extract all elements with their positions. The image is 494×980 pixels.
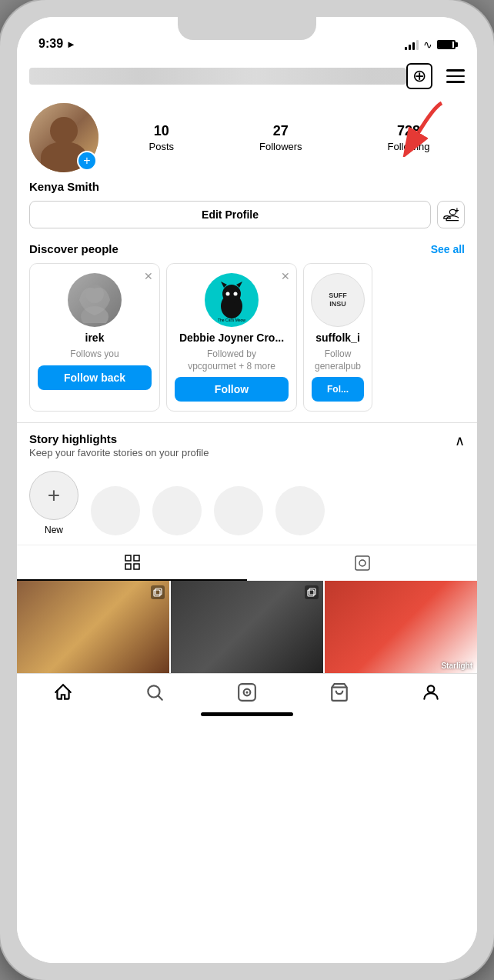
add-friend-button[interactable]: + xyxy=(437,201,465,228)
close-card-irek[interactable]: ✕ xyxy=(144,270,153,282)
tab-reels[interactable] xyxy=(236,682,258,703)
display-name: Kenya Smith xyxy=(17,180,477,201)
highlight-circle-2[interactable] xyxy=(152,486,202,535)
discover-card-suffolk: SUFFINSU suffolk_i Followgeneralpub Fol.… xyxy=(303,263,372,412)
bottom-tab-bar xyxy=(17,673,477,708)
discover-scroll: ✕ irek Follows you Follow back xyxy=(17,263,477,422)
location-icon: ► xyxy=(66,38,76,50)
svg-rect-15 xyxy=(125,564,131,569)
grid-icon xyxy=(123,553,142,572)
profile-section: + 10 Posts 27 Followers 728 Following xyxy=(17,97,477,180)
phone-screen: 9:39 ► ∿ xyxy=(17,17,477,963)
plus-icon: ⊕ xyxy=(412,68,426,85)
follow-button-suffolk[interactable]: Fol... xyxy=(312,377,364,402)
card-name-debbie: Debbie Joyner Cro... xyxy=(179,332,284,344)
battery-icon xyxy=(437,40,456,49)
svg-point-18 xyxy=(359,560,365,566)
photo-cell-1[interactable] xyxy=(17,581,169,673)
app-content: ⊕ xyxy=(17,55,477,963)
svg-line-24 xyxy=(159,696,162,700)
highlight-item-3[interactable] xyxy=(214,486,263,535)
multiple-icon xyxy=(151,585,165,599)
highlight-item-2[interactable] xyxy=(152,486,202,535)
svg-point-10 xyxy=(234,292,238,296)
discover-card-debbie: ✕ xyxy=(166,263,297,412)
tab-profile[interactable] xyxy=(420,682,442,703)
phone-notch xyxy=(178,17,316,40)
highlight-circle-4[interactable] xyxy=(275,486,325,535)
highlight-circle-1[interactable] xyxy=(91,486,140,535)
card-sub-debbie: Followed byvpcgourmet + 8 more xyxy=(188,348,275,372)
svg-point-9 xyxy=(226,292,230,296)
svg-rect-20 xyxy=(155,588,162,595)
new-highlight-circle[interactable]: + xyxy=(29,471,78,520)
card-avatar-suffolk: SUFFINSU xyxy=(311,273,365,327)
svg-rect-19 xyxy=(154,590,160,596)
home-icon xyxy=(53,682,73,702)
discover-card-irek: ✕ irek Follows you Follow back xyxy=(29,263,160,412)
photo-cell-2[interactable] xyxy=(171,581,323,673)
tab-tagged[interactable] xyxy=(247,545,477,581)
close-card-debbie[interactable]: ✕ xyxy=(281,270,290,282)
highlight-circle-3[interactable] xyxy=(214,486,263,535)
plus-icon: + xyxy=(48,483,60,508)
header-icons: ⊕ xyxy=(406,63,465,89)
stat-followers[interactable]: 27 Followers xyxy=(259,123,302,152)
edit-profile-button[interactable]: Edit Profile xyxy=(29,201,431,228)
svg-text:Simply Trendy: Simply Trendy xyxy=(222,322,241,323)
wifi-icon: ∿ xyxy=(423,38,432,51)
tab-search[interactable] xyxy=(144,682,165,703)
svg-rect-14 xyxy=(134,555,139,561)
discover-section-header: Discover people See all xyxy=(17,239,477,263)
highlight-item-4[interactable] xyxy=(275,486,325,535)
photo-grid: Starlight xyxy=(17,581,477,673)
photo-cell-3[interactable]: Starlight xyxy=(325,581,477,673)
signal-icon xyxy=(405,39,419,50)
story-highlights-subtitle: Keep your favorite stories on your profi… xyxy=(29,447,209,458)
stat-posts[interactable]: 10 Posts xyxy=(149,123,174,152)
reels-icon xyxy=(237,682,257,702)
card-sub-suffolk: Followgeneralpub xyxy=(315,348,361,372)
svg-rect-22 xyxy=(309,588,315,595)
phone-frame: 9:39 ► ∿ xyxy=(0,0,494,980)
profile-icon xyxy=(421,682,441,702)
card-name-irek: irek xyxy=(85,332,105,344)
tab-shop[interactable] xyxy=(329,682,350,703)
follow-button-debbie[interactable]: Follow xyxy=(175,377,289,402)
story-highlights-title: Story highlights xyxy=(29,432,209,445)
shop-icon xyxy=(329,682,349,702)
story-highlights-header: Story highlights Keep your favorite stor… xyxy=(17,423,477,462)
stats-row: 10 Posts 27 Followers 728 Following xyxy=(114,123,465,152)
add-person-icon: + xyxy=(443,207,459,222)
svg-rect-21 xyxy=(308,590,314,596)
card-sub-irek: Follows you xyxy=(70,348,118,361)
see-all-link[interactable]: See all xyxy=(431,243,465,255)
add-post-button[interactable]: ⊕ xyxy=(406,63,432,89)
svg-text:+: + xyxy=(455,207,459,215)
discover-title: Discover people xyxy=(29,242,118,255)
card-avatar-irek xyxy=(68,273,122,327)
svg-point-27 xyxy=(245,692,248,694)
follow-back-button-irek[interactable]: Follow back xyxy=(38,365,152,390)
story-highlights-section: Story highlights Keep your favorite stor… xyxy=(17,422,477,545)
tab-home[interactable] xyxy=(52,682,74,703)
add-story-button[interactable]: + xyxy=(77,151,97,171)
highlight-item-1[interactable] xyxy=(91,486,140,535)
highlights-row: + New xyxy=(17,462,477,545)
status-icons: ∿ xyxy=(405,38,456,51)
tab-grid[interactable] xyxy=(17,545,247,581)
menu-button[interactable] xyxy=(446,69,465,83)
stat-following[interactable]: 728 Following xyxy=(388,123,430,152)
search-icon xyxy=(145,682,165,702)
svg-point-29 xyxy=(428,686,435,693)
new-highlight-label: New xyxy=(45,525,63,535)
app-header: ⊕ xyxy=(17,55,477,97)
home-bar xyxy=(17,708,477,722)
username-blurred xyxy=(29,68,406,85)
home-indicator xyxy=(201,712,293,716)
new-highlight-item[interactable]: + New xyxy=(29,471,78,535)
card-name-suffolk: suffolk_i xyxy=(315,332,360,344)
svg-rect-13 xyxy=(125,555,131,561)
collapse-highlights-button[interactable]: ∧ xyxy=(455,432,465,449)
svg-point-6 xyxy=(222,285,241,303)
